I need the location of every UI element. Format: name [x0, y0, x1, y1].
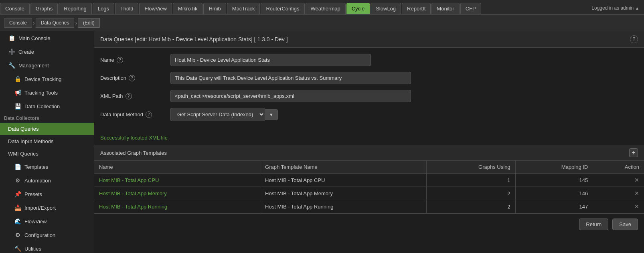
- sidebar-item-flowview[interactable]: 🌊 FlowView: [0, 215, 94, 228]
- delete-row-0[interactable]: ✕: [634, 177, 639, 183]
- section-title: Associated Graph Templates: [100, 150, 167, 156]
- breadcrumb-sep-1: ›: [32, 20, 36, 26]
- management-icon: 🔧: [8, 62, 15, 69]
- sidebar-item-presets[interactable]: 📌 Presets: [0, 187, 94, 201]
- top-nav-tab-mactrack[interactable]: MacTrack: [227, 3, 260, 14]
- data-input-label: Data Input Method ?: [100, 111, 164, 118]
- sidebar-item-import-export[interactable]: 📥 Import/Export: [0, 201, 94, 215]
- top-nav-tab-monitor[interactable]: Monitor: [431, 3, 459, 14]
- row-action-1: ✕: [593, 187, 644, 200]
- name-help-icon[interactable]: ?: [117, 57, 123, 63]
- top-nav-tab-thold[interactable]: Thold: [115, 3, 139, 14]
- sidebar-item-tracking-tools[interactable]: 📢 Tracking Tools: [0, 86, 94, 99]
- breadcrumb: Console › Data Queries › (Edit): [0, 15, 644, 31]
- sidebar-item-wmi-queries[interactable]: WMI Queries: [0, 148, 94, 160]
- row-name-1[interactable]: Host MIB - Total App Memory: [94, 187, 260, 200]
- top-nav-tab-weathermap[interactable]: Weathermap: [306, 3, 346, 14]
- sidebar-item-templates[interactable]: 📄 Templates: [0, 160, 94, 174]
- row-name-2[interactable]: Host MIB - Total App Running: [94, 200, 260, 213]
- delete-row-1[interactable]: ✕: [634, 190, 639, 196]
- row-mapping-0: 145: [515, 174, 593, 187]
- main-layout: 📋 Main Console ➕ Create 🔧 Management 🔒 D…: [0, 31, 644, 253]
- breadcrumb-edit[interactable]: (Edit): [78, 18, 100, 28]
- sidebar-item-utilities[interactable]: 🔨 Utilities: [0, 242, 94, 253]
- top-nav-tab-reporting[interactable]: Reporting: [59, 3, 91, 14]
- sidebar-label-data-collection: Data Collection: [24, 103, 60, 109]
- graph-templates-table: Name Graph Template Name Graphs Using Ma…: [94, 161, 644, 213]
- form-area: Name ? Description ? XML Path ?: [94, 48, 644, 133]
- data-input-help-icon[interactable]: ?: [146, 111, 152, 118]
- data-collection-icon: 💾: [14, 103, 21, 110]
- logged-in-text: Logged in as admin: [591, 5, 634, 11]
- sidebar-item-data-queries[interactable]: Data Queries: [0, 123, 94, 135]
- top-nav-tab-hmib[interactable]: Hmib: [203, 3, 226, 14]
- table-row: Host MIB - Total App Running Host MIB - …: [94, 200, 644, 213]
- return-button[interactable]: Return: [579, 219, 608, 230]
- flowview-icon: 🌊: [14, 218, 21, 225]
- top-nav-tab-console[interactable]: Console: [0, 3, 30, 14]
- description-help-icon[interactable]: ?: [129, 75, 135, 81]
- breadcrumb-data-queries[interactable]: Data Queries: [36, 18, 75, 28]
- sidebar-label-create: Create: [18, 49, 34, 55]
- top-nav-tab-cfp[interactable]: CFP: [460, 3, 481, 14]
- top-nav-tab-graphs[interactable]: Graphs: [30, 3, 58, 14]
- table-row: Host MIB - Total App CPU Host MIB - Tota…: [94, 174, 644, 187]
- top-nav-tab-slowlog[interactable]: SlowLog: [371, 3, 401, 14]
- table-header-row: Name Graph Template Name Graphs Using Ma…: [94, 161, 644, 174]
- page-header: Data Queries [edit: Host Mib - Device Le…: [94, 31, 644, 48]
- sidebar-item-automation[interactable]: ⚙ Automation: [0, 174, 94, 187]
- sidebar-label-data-queries: Data Queries: [8, 126, 39, 132]
- sidebar-item-management[interactable]: 🔧 Management: [0, 59, 94, 72]
- automation-icon: ⚙: [14, 177, 21, 184]
- success-message: Successfully located XML file: [94, 133, 644, 145]
- description-row: Description ?: [100, 72, 638, 84]
- table-row: Host MIB - Total App Memory Host MIB - T…: [94, 187, 644, 200]
- footer-buttons: Return Save: [94, 213, 644, 235]
- sidebar-label-automation: Automation: [24, 178, 51, 184]
- sidebar-item-data-collection[interactable]: 💾 Data Collection: [0, 99, 94, 113]
- breadcrumb-sep-2: ›: [74, 20, 78, 26]
- data-input-select[interactable]: Get Script Server Data (Indexed): [170, 108, 265, 121]
- top-nav-tab-cycle[interactable]: Cycle: [346, 3, 370, 14]
- sidebar-label-data-input-methods: Data Input Methods: [8, 138, 53, 144]
- sidebar-item-create[interactable]: ➕ Create: [0, 45, 94, 59]
- delete-row-2[interactable]: ✕: [634, 203, 639, 210]
- import-export-icon: 📥: [14, 204, 21, 211]
- select-dropdown-arrow[interactable]: ▼: [265, 109, 278, 120]
- sidebar-label-main-console: Main Console: [18, 35, 51, 41]
- xml-path-help-icon[interactable]: ?: [126, 93, 132, 99]
- name-input[interactable]: [170, 54, 371, 66]
- data-input-row: Data Input Method ? Get Script Server Da…: [100, 108, 638, 121]
- utilities-icon: 🔨: [14, 245, 21, 252]
- sidebar-label-utilities: Utilities: [24, 246, 41, 252]
- xml-path-row: XML Path ?: [100, 90, 638, 102]
- top-nav-tab-logs[interactable]: Logs: [93, 3, 114, 14]
- sidebar-label-presets: Presets: [24, 191, 42, 197]
- sidebar-item-main-console[interactable]: 📋 Main Console: [0, 31, 94, 45]
- breadcrumb-console[interactable]: Console: [4, 18, 32, 28]
- xml-path-input[interactable]: [170, 90, 411, 102]
- sidebar-item-configuration[interactable]: ⚙ Configuration: [0, 228, 94, 242]
- sidebar-item-data-input-methods[interactable]: Data Input Methods: [0, 135, 94, 148]
- row-name-0[interactable]: Host MIB - Total App CPU: [94, 174, 260, 187]
- sidebar-label-flowview: FlowView: [24, 219, 47, 225]
- row-action-2: ✕: [593, 200, 644, 213]
- name-row: Name ?: [100, 54, 638, 66]
- add-template-button[interactable]: +: [629, 148, 638, 157]
- sidebar: 📋 Main Console ➕ Create 🔧 Management 🔒 D…: [0, 31, 94, 253]
- help-icon[interactable]: ?: [630, 35, 638, 43]
- top-nav-tab-flowview[interactable]: FlowView: [139, 3, 172, 14]
- col-action: Action: [593, 161, 644, 174]
- description-input[interactable]: [170, 72, 411, 84]
- top-nav-tab-reportit[interactable]: ReportIt: [402, 3, 431, 14]
- save-button[interactable]: Save: [612, 219, 638, 230]
- row-template-0: Host MIB - Total App CPU: [260, 174, 427, 187]
- top-nav-tab-routerconfigs[interactable]: RouterConfigs: [261, 3, 304, 14]
- configuration-icon: ⚙: [14, 231, 21, 239]
- name-label: Name ?: [100, 57, 164, 63]
- top-nav-tab-mikrotik[interactable]: MikroTik: [173, 3, 203, 14]
- col-template: Graph Template Name: [260, 161, 427, 174]
- col-name: Name: [94, 161, 260, 174]
- sidebar-item-device-tracking[interactable]: 🔒 Device Tracking: [0, 72, 94, 86]
- sidebar-label-device-tracking: Device Tracking: [24, 76, 61, 82]
